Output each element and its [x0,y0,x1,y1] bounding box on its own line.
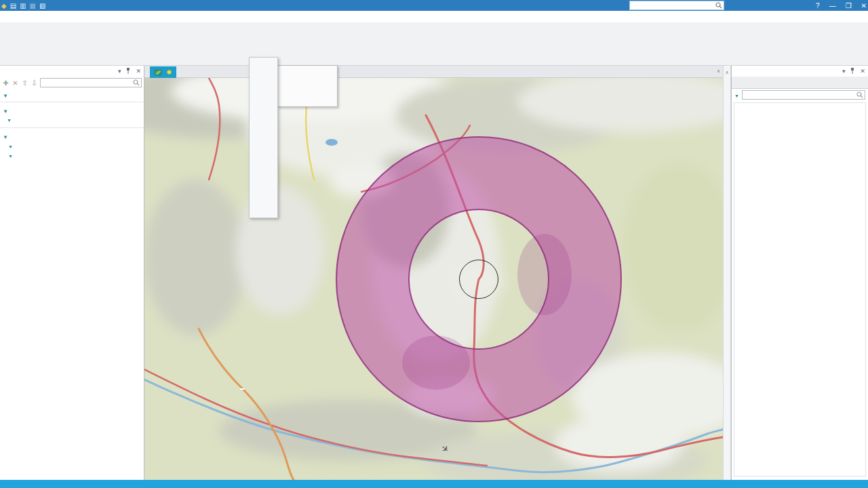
explorer-panel: ▾ ✕ ✚ ✕ ⇧ ⇩ ▼ ▼ ▼ ▼ ▼ ▼ [0,66,144,480]
close-icon[interactable]: ✕ [136,68,141,75]
tools-panel: ▾ ✕ ▼ [731,66,868,480]
windows-section-header[interactable]: ▼ [0,130,144,141]
map-viewport[interactable]: ✈ [144,78,723,480]
search-icon [715,2,722,9]
map-tab-strip: ∧ [144,66,723,78]
ribbon-tab-row [0,11,868,22]
tables-section-header[interactable]: ▼ [0,104,144,115]
windows-maps-header[interactable]: ▼ [0,141,144,150]
restore-icon[interactable]: ❐ [846,2,852,9]
map-terrain [144,78,723,480]
quick-search-box[interactable] [629,1,724,10]
title-bar: ◆ ▤ ▥ ▦ ▧ ? — ❐ ✕ [0,0,868,11]
tab-scroll-up-icon[interactable]: ∧ [717,68,720,74]
buffer-dropdown-menu [249,57,278,218]
tools-search-box[interactable] [742,90,865,100]
pin-icon[interactable] [125,68,131,75]
search-icon [856,92,863,98]
move-down-icon[interactable]: ⇩ [31,79,38,87]
panel-menu-icon[interactable]: ▾ [118,68,121,75]
remove-icon[interactable]: ✕ [12,79,19,87]
map-tab-youtube-demo[interactable] [150,66,176,78]
quick-search-input[interactable] [630,2,715,9]
map-scrollbar[interactable]: ∧ [723,66,731,480]
status-bar [0,480,868,488]
buffer-tooltip [277,65,338,107]
windows-tools-header[interactable]: ▼ [0,150,144,160]
maps-section-header[interactable]: ▼ [0,89,144,100]
map-window: ∧ [144,66,723,480]
tables-list-filter[interactable]: ▼ [0,115,144,124]
map-icon [155,70,161,75]
mapinfo-pro-window: ◆ ▤ ▥ ▦ ▧ ? — ❐ ✕ ▾ ✕ [0,0,868,488]
lake [326,139,338,146]
add-icon[interactable]: ✚ [2,79,9,87]
highway-shield-a9 [239,388,245,390]
tools-search-input[interactable] [743,92,856,98]
explorer-search-box[interactable] [40,78,142,87]
close-icon[interactable]: ✕ [861,2,867,9]
help-icon[interactable]: ? [816,2,820,9]
explorer-search-input[interactable] [41,79,133,86]
selection-circle [459,260,498,299]
map-tab-indicator-dot[interactable] [167,70,172,75]
minimize-icon[interactable]: — [829,2,836,9]
pin-icon[interactable] [850,68,855,75]
close-icon[interactable]: ✕ [860,68,865,75]
ribbon [0,22,868,66]
tools-options-button[interactable]: ▼ [734,92,739,99]
window-title [0,0,868,11]
panel-menu-icon[interactable]: ▾ [842,68,846,75]
search-icon [133,79,140,86]
scroll-up-icon[interactable]: ∧ [724,70,730,75]
move-up-icon[interactable]: ⇧ [21,79,28,87]
